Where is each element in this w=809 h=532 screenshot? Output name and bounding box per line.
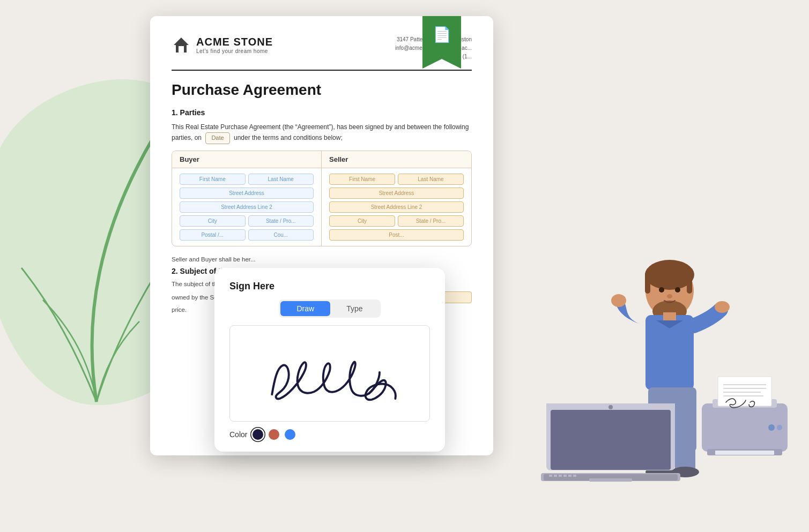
svg-rect-21 bbox=[551, 410, 671, 470]
svg-rect-4 bbox=[645, 272, 650, 294]
seller-first-name[interactable]: First Name bbox=[329, 174, 395, 185]
svg-point-40 bbox=[768, 424, 775, 431]
logo-tagline: Let's find your dream home bbox=[196, 48, 273, 54]
seller-city[interactable]: City bbox=[329, 215, 395, 227]
signature-canvas[interactable] bbox=[229, 325, 430, 422]
svg-rect-27 bbox=[563, 475, 567, 477]
svg-rect-30 bbox=[589, 478, 632, 482]
buyer-street-address-line2[interactable]: Street Address Line 2 bbox=[180, 201, 314, 213]
seller-postal[interactable]: Post... bbox=[329, 229, 464, 241]
svg-rect-24 bbox=[549, 475, 552, 477]
svg-rect-29 bbox=[573, 475, 576, 477]
svg-point-7 bbox=[659, 287, 664, 293]
tab-type[interactable]: Type bbox=[330, 301, 378, 316]
parties-table: Buyer Seller First Name Last Name Street… bbox=[172, 151, 472, 246]
buyer-last-name[interactable]: Last Name bbox=[248, 174, 314, 185]
buyer-name-row: First Name Last Name bbox=[180, 174, 314, 185]
section-1-heading: 1. Parties bbox=[172, 108, 472, 117]
svg-point-9 bbox=[667, 294, 672, 298]
parties-header: Buyer Seller bbox=[172, 151, 471, 168]
intro-end: under the terms and conditions below; bbox=[234, 134, 343, 141]
document-title: Purchase Agreement bbox=[172, 81, 472, 99]
seller-street-address[interactable]: Street Address bbox=[329, 188, 464, 199]
seller-city-state-row: City State / Pro... bbox=[329, 215, 464, 227]
sign-card-title: Sign Here bbox=[229, 281, 430, 292]
seller-column: First Name Last Name Street Address Stre… bbox=[322, 168, 471, 246]
color-dark-blue[interactable] bbox=[253, 429, 263, 440]
buyer-postal[interactable]: Postal /... bbox=[180, 229, 246, 241]
logo-area: ACME STONE Let's find your dream home bbox=[172, 35, 273, 55]
logo-icon bbox=[172, 35, 191, 55]
laptop-illustration bbox=[530, 403, 691, 500]
date-field[interactable]: Date bbox=[205, 132, 229, 144]
seller-buyer-text: Seller and Buyer shall be her... bbox=[172, 256, 472, 263]
svg-point-22 bbox=[608, 405, 613, 409]
svg-rect-26 bbox=[559, 475, 562, 477]
color-label: Color bbox=[229, 430, 247, 439]
buyer-state[interactable]: State / Pro... bbox=[248, 215, 314, 227]
printer-illustration bbox=[691, 361, 798, 478]
svg-point-13 bbox=[715, 301, 730, 313]
signature-drawing bbox=[230, 326, 429, 421]
color-row: Color bbox=[229, 429, 430, 440]
svg-point-8 bbox=[675, 287, 680, 293]
buyer-street-address[interactable]: Street Address bbox=[180, 188, 314, 199]
svg-point-12 bbox=[611, 294, 626, 307]
buyer-country[interactable]: Cou... bbox=[248, 229, 314, 241]
seller-name-row: First Name Last Name bbox=[329, 174, 464, 185]
svg-rect-1 bbox=[179, 46, 184, 53]
svg-rect-5 bbox=[687, 272, 692, 294]
buyer-header: Buyer bbox=[172, 151, 322, 168]
logo-title: ACME STONE bbox=[196, 36, 273, 48]
sign-card: Sign Here Draw Type Color bbox=[214, 268, 445, 452]
svg-point-41 bbox=[777, 425, 782, 430]
seller-state[interactable]: State / Pro... bbox=[398, 215, 464, 227]
parties-body: First Name Last Name Street Address Stre… bbox=[172, 168, 471, 246]
svg-rect-25 bbox=[554, 475, 557, 477]
section-1-intro: This Real Estate Purchase Agreement (the… bbox=[172, 122, 472, 144]
color-red[interactable] bbox=[269, 429, 279, 440]
sign-tabs: Draw Type bbox=[279, 299, 380, 318]
color-blue[interactable] bbox=[285, 429, 295, 440]
seller-street-address-line2[interactable]: Street Address Line 2 bbox=[329, 201, 464, 213]
tab-draw[interactable]: Draw bbox=[280, 301, 330, 316]
svg-rect-28 bbox=[568, 475, 572, 477]
document-badge: 📄 bbox=[422, 16, 461, 59]
buyer-first-name[interactable]: First Name bbox=[180, 174, 246, 185]
buyer-postal-country-row: Postal /... Cou... bbox=[180, 229, 314, 241]
lock-document-icon: 📄 bbox=[433, 27, 451, 42]
buyer-city-state-row: City State / Pro... bbox=[180, 215, 314, 227]
svg-rect-39 bbox=[715, 451, 774, 455]
seller-last-name[interactable]: Last Name bbox=[398, 174, 464, 185]
buyer-column: First Name Last Name Street Address Stre… bbox=[172, 168, 322, 246]
seller-postal-row: Post... bbox=[329, 229, 464, 241]
seller-header: Seller bbox=[322, 151, 471, 168]
buyer-city[interactable]: City bbox=[180, 215, 246, 227]
